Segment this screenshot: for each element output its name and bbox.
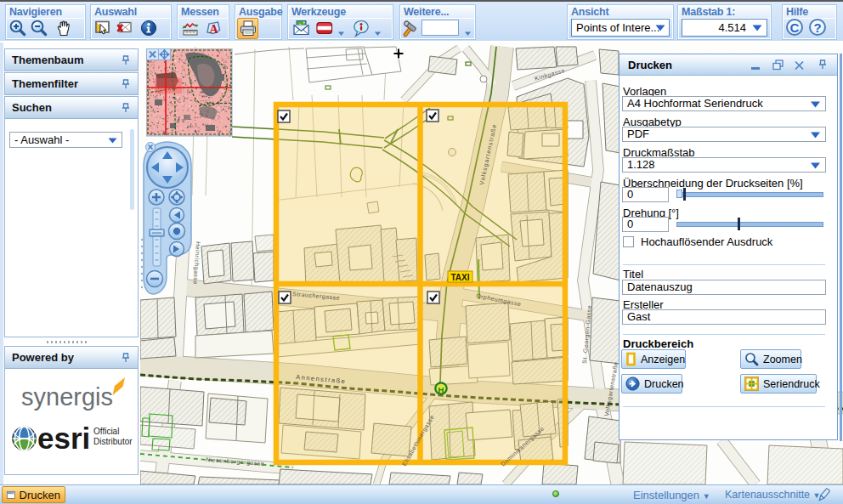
- svg-text:TAXI: TAXI: [450, 273, 469, 282]
- svg-text:esri: esri: [37, 422, 90, 455]
- svg-text:Official: Official: [93, 427, 119, 436]
- svg-text:synergis: synergis: [21, 383, 113, 411]
- svg-text:Distributor: Distributor: [93, 437, 133, 446]
- svg-text:A: A: [210, 23, 219, 36]
- svg-text:H: H: [438, 385, 444, 394]
